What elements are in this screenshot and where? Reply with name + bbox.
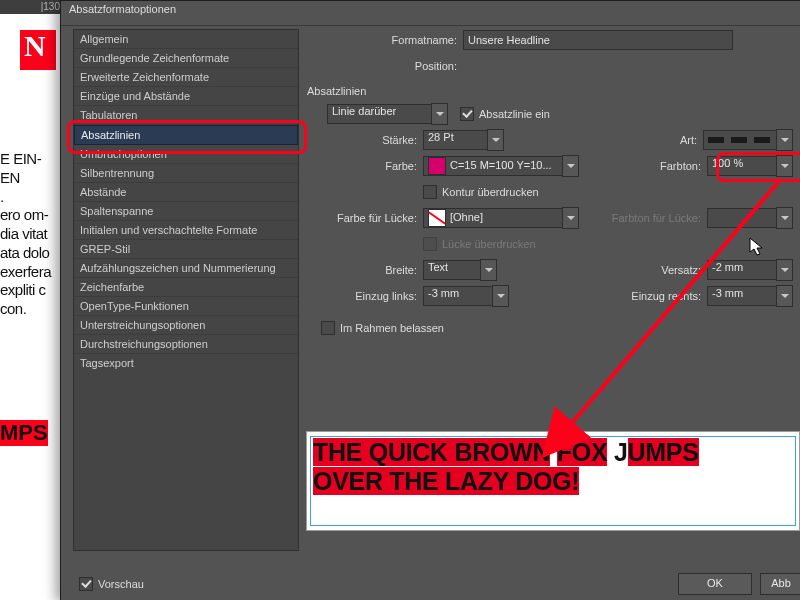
doc-body-text: E EIN-EN. ero om-dia vitatata doloexerfe… bbox=[0, 150, 60, 319]
sidebar-item-15[interactable]: Unterstreichungsoptionen bbox=[74, 316, 298, 335]
sidebar-item-8[interactable]: Abstände bbox=[74, 183, 298, 202]
none-swatch-icon bbox=[428, 209, 446, 227]
ruler: |130 bbox=[0, 0, 64, 14]
strength-label: Stärke: bbox=[307, 134, 423, 146]
doc-headline-fragment: MPS bbox=[0, 420, 48, 446]
tint-input[interactable]: 100 % bbox=[707, 155, 793, 177]
svg-rect-2 bbox=[731, 137, 747, 143]
rule-on-checkbox[interactable] bbox=[460, 107, 474, 121]
section-heading: Absatzlinien bbox=[307, 85, 793, 97]
gap-overprint-label: Lücke überdrucken bbox=[442, 238, 536, 250]
dialog-footer: Vorschau OK Abb bbox=[61, 567, 800, 600]
sidebar-item-11[interactable]: GREP-Stil bbox=[74, 240, 298, 259]
gap-tint-input bbox=[707, 207, 793, 229]
sidebar-item-17[interactable]: Tagsexport bbox=[74, 354, 298, 372]
sidebar-item-13[interactable]: Zeichenfarbe bbox=[74, 278, 298, 297]
rule-which-select[interactable]: Linie darüber bbox=[327, 103, 448, 125]
overprint-stroke-checkbox[interactable] bbox=[423, 185, 437, 199]
cancel-button[interactable]: Abb bbox=[760, 573, 800, 595]
dialog-title: Absatzformatoptionen bbox=[61, 1, 800, 26]
mouse-cursor-icon bbox=[749, 237, 765, 257]
category-sidebar: AllgemeinGrundlegende ZeichenformateErwe… bbox=[73, 29, 299, 551]
formatname-label: Formatname: bbox=[347, 34, 463, 46]
sidebar-item-16[interactable]: Durchstreichungsoptionen bbox=[74, 335, 298, 354]
sidebar-item-7[interactable]: Silbentrennung bbox=[74, 164, 298, 183]
doc-highlight-block: N bbox=[20, 30, 56, 70]
color-label: Farbe: bbox=[307, 160, 423, 172]
stroke-type-select[interactable] bbox=[703, 129, 793, 151]
ok-button[interactable]: OK bbox=[678, 573, 752, 595]
sidebar-item-3[interactable]: Einzüge und Abstände bbox=[74, 87, 298, 106]
rule-on-label: Absatzlinie ein bbox=[479, 108, 550, 120]
sidebar-item-2[interactable]: Erweiterte Zeichenformate bbox=[74, 68, 298, 87]
sidebar-item-5[interactable]: Absatzlinien bbox=[74, 125, 298, 145]
width-label: Breite: bbox=[307, 264, 423, 276]
gap-tint-label: Farbton für Lücke: bbox=[591, 212, 707, 224]
stroke-dashed-preview-icon bbox=[706, 135, 774, 145]
color-select[interactable]: C=15 M=100 Y=10... bbox=[423, 155, 579, 177]
offset-input[interactable]: -2 mm bbox=[707, 259, 793, 281]
svg-rect-3 bbox=[754, 137, 770, 143]
keep-in-frame-label: Im Rahmen belassen bbox=[340, 322, 444, 334]
offset-label: Versatz: bbox=[641, 264, 707, 276]
type-label: Art: bbox=[657, 134, 703, 146]
keep-in-frame-checkbox[interactable] bbox=[321, 321, 335, 335]
indent-right-label: Einzug rechts: bbox=[611, 290, 707, 302]
sidebar-item-0[interactable]: Allgemein bbox=[74, 30, 298, 49]
width-select[interactable]: Text bbox=[423, 259, 497, 281]
preview-text: THE QUICK BROWN FOX JUMPS OVER THE LAZY … bbox=[313, 438, 793, 496]
sidebar-item-6[interactable]: Umbruchoptionen bbox=[74, 145, 298, 164]
svg-text:N: N bbox=[24, 30, 46, 62]
sidebar-item-10[interactable]: Initialen und verschachtelte Formate bbox=[74, 221, 298, 240]
gap-overprint-checkbox bbox=[423, 237, 437, 251]
gap-color-select[interactable]: [Ohne] bbox=[423, 207, 579, 229]
strength-select[interactable]: 28 Pt bbox=[423, 129, 504, 151]
formatname-input[interactable] bbox=[463, 30, 733, 50]
sidebar-item-1[interactable]: Grundlegende Zeichenformate bbox=[74, 49, 298, 68]
preview-area: THE QUICK BROWN FOX JUMPS OVER THE LAZY … bbox=[306, 431, 800, 531]
preview-checkbox-label: Vorschau bbox=[98, 578, 144, 590]
color-swatch-icon bbox=[428, 157, 446, 175]
preview-checkbox[interactable] bbox=[79, 577, 93, 591]
sidebar-item-12[interactable]: Aufzählungszeichen und Nummerierung bbox=[74, 259, 298, 278]
indent-left-input[interactable]: -3 mm bbox=[423, 285, 509, 307]
position-label: Position: bbox=[347, 60, 463, 72]
gap-color-label: Farbe für Lücke: bbox=[307, 212, 423, 224]
sidebar-item-9[interactable]: Spaltenspanne bbox=[74, 202, 298, 221]
svg-rect-1 bbox=[708, 137, 724, 143]
sidebar-item-4[interactable]: Tabulatoren bbox=[74, 106, 298, 125]
indent-right-input[interactable]: -3 mm bbox=[707, 285, 793, 307]
indent-left-label: Einzug links: bbox=[307, 290, 423, 302]
tint-label: Farbton: bbox=[641, 160, 707, 172]
sidebar-item-14[interactable]: OpenType-Funktionen bbox=[74, 297, 298, 316]
paragraph-style-options-dialog: Absatzformatoptionen AllgemeinGrundlegen… bbox=[60, 0, 800, 600]
overprint-stroke-label: Kontur überdrucken bbox=[442, 186, 539, 198]
